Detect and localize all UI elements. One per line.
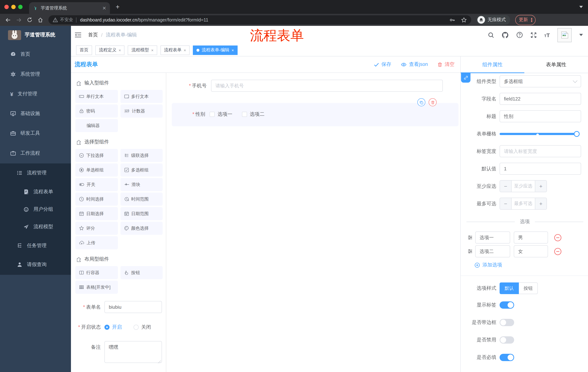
gender-option1-label[interactable]: 选项一	[218, 111, 232, 117]
sidebar-item-payment[interactable]: ¥ 支付管理	[0, 85, 71, 103]
back-icon[interactable]	[5, 17, 11, 23]
sidebar-item-infra[interactable]: 基础设施	[0, 105, 71, 122]
close-icon[interactable]: ×	[151, 48, 154, 52]
component-single-text[interactable]: 单行文本	[75, 90, 118, 103]
view-json-button[interactable]: 查看json	[401, 61, 428, 68]
disabled-switch[interactable]	[500, 336, 514, 344]
sidebar-item-devtools[interactable]: 研发工具	[0, 125, 71, 142]
status-off-label[interactable]: 关闭	[141, 321, 151, 333]
address-bar[interactable]: 不安全 dashboard.yudao.iocoder.cn/bpm/manag…	[48, 15, 471, 24]
component-date-picker[interactable]: 日期选择	[75, 207, 118, 220]
component-counter[interactable]: 123 计数器	[120, 105, 163, 117]
component-select[interactable]: 下拉选择	[75, 149, 118, 162]
selected-component-block[interactable]: 性别 选项一 选项二	[172, 103, 459, 126]
component-rate[interactable]: 评分	[75, 222, 118, 235]
option-drag-icon[interactable]	[467, 249, 473, 254]
phone-field-row[interactable]: 手机号	[177, 80, 443, 92]
search-icon[interactable]	[488, 32, 494, 38]
component-switch[interactable]: 开关	[75, 178, 118, 191]
form-name-input[interactable]	[105, 301, 162, 313]
sidebar-item-process-mgmt[interactable]: 流程管理	[0, 164, 71, 182]
gender-option2-checkbox[interactable]	[242, 112, 247, 117]
max-select-value[interactable]: 最多可选	[512, 198, 535, 209]
option-label-input[interactable]	[475, 245, 510, 257]
traffic-close-button[interactable]	[4, 5, 9, 9]
remark-textarea[interactable]: 嘿嘿	[105, 341, 162, 363]
new-tab-button[interactable]: +	[116, 4, 119, 10]
increase-button[interactable]: +	[535, 198, 546, 209]
component-radio-group[interactable]: 单选框组	[75, 163, 118, 177]
status-on-label[interactable]: 开启	[112, 321, 122, 333]
delete-component-button[interactable]	[429, 98, 437, 106]
component-slider[interactable]: 滑块	[120, 178, 163, 191]
close-icon[interactable]: ×	[231, 48, 234, 52]
component-upload[interactable]: 上传	[75, 236, 118, 249]
tab-close-icon[interactable]: ✕	[102, 6, 106, 10]
bookmark-star-icon[interactable]	[461, 17, 467, 23]
decrease-button[interactable]: −	[500, 198, 512, 209]
decrease-button[interactable]: −	[500, 181, 512, 192]
component-date-range[interactable]: 日期范围	[120, 207, 163, 220]
phone-input[interactable]	[211, 80, 443, 92]
sidebar-item-leave-query[interactable]: 请假查询	[0, 256, 71, 273]
sidebar-item-task-mgmt[interactable]: 任务管理	[0, 237, 71, 255]
style-button-button[interactable]: 按钮	[519, 282, 538, 294]
sidebar-item-workflow[interactable]: 工作流程	[0, 145, 71, 162]
status-on-radio[interactable]	[105, 325, 110, 329]
tag-process-definition[interactable]: 流程定义×	[95, 45, 125, 55]
fullscreen-icon[interactable]	[530, 32, 536, 38]
remove-option-icon[interactable]	[554, 234, 562, 242]
component-time-range[interactable]: 时间范围	[120, 192, 163, 206]
component-editor[interactable]: 编辑器	[75, 119, 118, 132]
gender-option1-checkbox[interactable]	[210, 112, 215, 117]
component-cascader[interactable]: 级联选择	[120, 149, 163, 162]
component-multi-text[interactable]: 多行文本	[120, 90, 163, 103]
component-table-dev[interactable]: 表格[开发中]	[75, 281, 118, 294]
add-option-button[interactable]: 添加选项	[474, 262, 588, 268]
field-name-input[interactable]	[500, 93, 581, 105]
browser-tab[interactable]: 芋道管理系统 ✕	[29, 2, 110, 14]
sidebar-logo[interactable]: 芋道管理系统	[0, 26, 71, 44]
component-time-picker[interactable]: 时间选择	[75, 192, 118, 206]
required-switch[interactable]	[500, 354, 514, 361]
border-switch[interactable]	[500, 319, 514, 326]
component-type-select[interactable]: 多选框组	[500, 75, 581, 87]
slider-handle[interactable]	[574, 131, 580, 137]
component-color-picker[interactable]: 颜色选择	[120, 222, 163, 235]
tab-form-props[interactable]: 表单属性	[524, 56, 588, 73]
tag-process-model[interactable]: 流程模型×	[128, 45, 157, 55]
reload-icon[interactable]	[27, 17, 32, 22]
style-default-button[interactable]: 默认	[500, 282, 519, 294]
resize-handle[interactable]	[158, 360, 161, 363]
breadcrumb-home[interactable]: 首页	[88, 32, 98, 38]
component-button[interactable]: 按钮	[120, 266, 163, 279]
traffic-zoom-button[interactable]	[18, 5, 22, 9]
sidebar-collapse-icon[interactable]	[74, 32, 82, 38]
min-select-value[interactable]: 至少应选	[512, 181, 535, 192]
avatar-caret-icon[interactable]	[579, 34, 583, 36]
tag-process-form[interactable]: 流程表单×	[160, 45, 190, 55]
close-icon[interactable]: ×	[184, 48, 186, 52]
github-icon[interactable]	[502, 32, 508, 38]
label-width-input[interactable]	[500, 145, 581, 157]
sidebar-item-process-form[interactable]: 流程表单	[0, 183, 71, 201]
component-password[interactable]: 密码	[75, 105, 118, 117]
tag-process-form-edit[interactable]: 流程表单-编辑×	[193, 45, 238, 55]
avatar[interactable]	[557, 28, 572, 42]
option-drag-icon[interactable]	[467, 235, 473, 240]
component-checkbox-group[interactable]: 多选框组	[120, 163, 163, 177]
option-label-input[interactable]	[475, 232, 510, 244]
home-icon[interactable]	[37, 17, 43, 23]
status-off-radio[interactable]	[134, 325, 139, 329]
slider-track[interactable]	[500, 133, 579, 135]
option-value-input[interactable]	[514, 232, 548, 244]
field-link-tab[interactable]	[461, 73, 471, 83]
title-input[interactable]	[500, 110, 581, 122]
tag-home[interactable]: 首页	[76, 45, 92, 55]
help-icon[interactable]	[516, 32, 523, 38]
sidebar-item-process-model[interactable]: 流程模型	[0, 218, 71, 235]
font-size-icon[interactable]: TT	[544, 32, 550, 38]
sidebar-item-system[interactable]: 系统管理	[0, 65, 71, 83]
remove-option-icon[interactable]	[554, 247, 562, 255]
sidebar-item-user-group[interactable]: 用户分组	[0, 201, 71, 218]
